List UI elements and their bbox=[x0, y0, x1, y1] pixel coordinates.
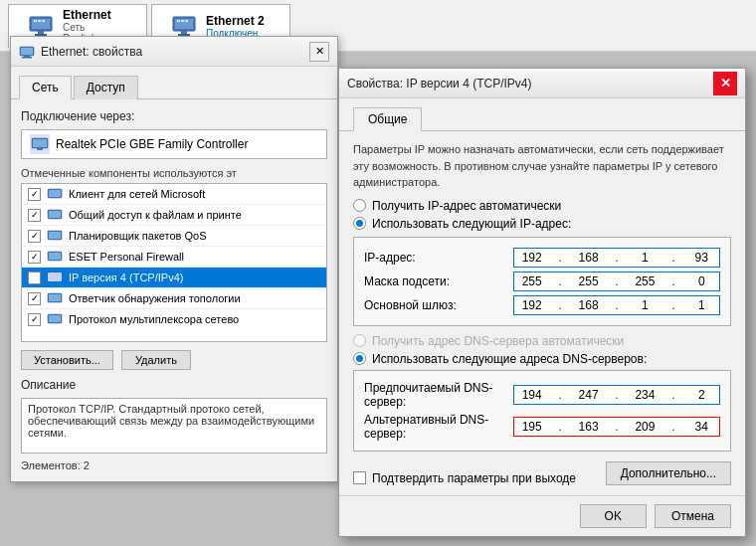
bg-dialog-body: Подключение через: Realtek PCIe GBE Fami… bbox=[11, 99, 337, 481]
bg-ethernet-dialog: Ethernet: свойства ✕ Сеть Доступ Подключ… bbox=[10, 36, 338, 482]
auto-ip-radio-circle bbox=[353, 199, 366, 212]
mask-input[interactable]: 255 . 255 . 255 . 0 bbox=[513, 272, 720, 291]
ok-btn[interactable]: OK bbox=[580, 504, 647, 528]
mask-o1: 255 bbox=[518, 274, 545, 288]
adns-o3: 209 bbox=[632, 420, 659, 434]
dns-auto-label: Получить адрес DNS-сервера автоматически bbox=[372, 334, 624, 348]
dns-auto-radio[interactable]: Получить адрес DNS-сервера автоматически bbox=[353, 334, 731, 348]
svg-rect-28 bbox=[49, 253, 61, 260]
svg-rect-6 bbox=[42, 20, 45, 22]
svg-rect-22 bbox=[49, 190, 61, 197]
manual-ip-radio-circle bbox=[353, 217, 366, 230]
component-item[interactable]: Протокол мультиплексора сетево bbox=[22, 309, 326, 329]
pdns-o4: 2 bbox=[688, 388, 715, 402]
ip-input[interactable]: 192 . 168 . 1 . 93 bbox=[513, 248, 720, 268]
svg-rect-4 bbox=[34, 20, 37, 22]
component-icon bbox=[47, 186, 63, 202]
auto-ip-radio[interactable]: Получить IP-адрес автоматически bbox=[353, 199, 731, 213]
component-checkbox bbox=[28, 292, 41, 305]
ip-label: IP-адрес: bbox=[364, 251, 513, 265]
component-checkbox bbox=[28, 230, 41, 243]
info-text: Параметры IP можно назначать автоматичес… bbox=[353, 141, 731, 191]
component-label: ESET Personal Firewall bbox=[69, 251, 184, 263]
elements-label: Элементов: 2 bbox=[21, 459, 327, 471]
adns-o4: 34 bbox=[688, 420, 715, 434]
component-checkbox bbox=[28, 188, 41, 201]
bg-dialog-title: Ethernet: свойства bbox=[41, 45, 142, 59]
alt-dns-input[interactable]: 195 . 163 . 209 . 34 bbox=[513, 417, 720, 437]
mask-label: Маска подсети: bbox=[364, 274, 513, 288]
component-list: Клиент для сетей MicrosoftОбщий доступ к… bbox=[21, 183, 327, 342]
preferred-dns-row: Предпочитаемый DNS-сервер: 194 . 247 . 2… bbox=[364, 381, 720, 409]
ip-o1: 192 bbox=[518, 251, 545, 265]
component-icon bbox=[47, 290, 63, 306]
gateway-input[interactable]: 192 . 168 . 1 . 1 bbox=[513, 295, 720, 315]
network-icon bbox=[19, 44, 35, 60]
svg-rect-5 bbox=[38, 20, 41, 22]
component-label: Ответчик обнаружения топологии bbox=[69, 292, 241, 304]
bg-tab-access[interactable]: Доступ bbox=[74, 76, 138, 99]
dns-fields-box: Предпочитаемый DNS-сервер: 194 . 247 . 2… bbox=[353, 370, 731, 452]
ip-fields-box: IP-адрес: 192 . 168 . 1 . 93 Маска подсе… bbox=[353, 237, 731, 326]
ethernet1-sub1: Сеть bbox=[63, 22, 111, 33]
adapter-icon bbox=[30, 134, 50, 154]
svg-rect-19 bbox=[33, 139, 47, 147]
component-label: Клиент для сетей Microsoft bbox=[69, 188, 205, 200]
desc-box: Протокол TCP/IP. Стандартный протоко сет… bbox=[21, 398, 327, 454]
svg-rect-32 bbox=[49, 294, 61, 301]
ip-o4: 93 bbox=[688, 251, 715, 265]
svg-rect-20 bbox=[37, 148, 43, 150]
mask-o3: 255 bbox=[632, 274, 659, 288]
svg-rect-30 bbox=[49, 273, 61, 280]
advanced-btn[interactable]: Дополнительно... bbox=[606, 461, 731, 485]
bg-dialog-titlebar: Ethernet: свойства ✕ bbox=[11, 37, 337, 67]
install-btn[interactable]: Установить... bbox=[21, 350, 113, 370]
component-icon bbox=[47, 207, 63, 223]
gateway-row: Основной шлюз: 192 . 168 . 1 . 1 bbox=[364, 295, 720, 315]
mask-row: Маска подсети: 255 . 255 . 255 . 0 bbox=[364, 272, 720, 291]
auto-ip-label: Получить IP-адрес автоматически bbox=[372, 199, 561, 213]
ip-address-row: IP-адрес: 192 . 168 . 1 . 93 bbox=[364, 248, 720, 268]
pdns-o3: 234 bbox=[632, 388, 659, 402]
main-dialog-tabs: Общие bbox=[339, 98, 745, 131]
remove-btn[interactable]: Удалить bbox=[121, 350, 191, 370]
svg-rect-13 bbox=[185, 20, 188, 22]
cancel-btn[interactable]: Отмена bbox=[655, 504, 731, 528]
dns-section: Получить адрес DNS-сервера автоматически… bbox=[353, 334, 731, 452]
component-icon bbox=[47, 228, 63, 244]
preferred-dns-label: Предпочитаемый DNS-сервер: bbox=[364, 381, 513, 409]
svg-rect-26 bbox=[49, 232, 61, 239]
ethernet2-tab-text: Ethernet 2 Подключен bbox=[206, 14, 265, 39]
main-tab-general[interactable]: Общие bbox=[353, 107, 422, 131]
adapter-box: Realtek PCIe GBE Family Controller bbox=[21, 129, 327, 159]
component-item[interactable]: Планировщик пакетов QoS bbox=[22, 226, 326, 247]
main-ipv4-dialog: Свойства: IP версии 4 (TCP/IPv4) ✕ Общие… bbox=[338, 68, 746, 537]
component-item[interactable]: ESET Personal Firewall bbox=[22, 247, 326, 268]
dns-auto-circle bbox=[353, 334, 366, 347]
bg-tab-network[interactable]: Сеть bbox=[19, 76, 72, 99]
svg-rect-24 bbox=[49, 211, 61, 218]
pdns-o2: 247 bbox=[575, 388, 602, 402]
dns-manual-radio[interactable]: Использовать следующие адреса DNS-сервер… bbox=[353, 352, 731, 366]
component-label: Общий доступ к файлам и принте bbox=[69, 209, 242, 221]
manual-ip-radio[interactable]: Использовать следующий IP-адрес: bbox=[353, 217, 731, 231]
alt-dns-row: Альтернативный DNS-сервер: 195 . 163 . 2… bbox=[364, 413, 720, 441]
component-item[interactable]: Ответчик обнаружения топологии bbox=[22, 288, 326, 309]
component-item[interactable]: IP версия 4 (TCP/IPv4) bbox=[22, 268, 326, 288]
adapter-name: Realtek PCIe GBE Family Controller bbox=[56, 137, 248, 151]
component-item[interactable]: Клиент для сетей Microsoft bbox=[22, 184, 326, 205]
desc-section-label: Описание bbox=[21, 378, 327, 392]
ip-o2: 168 bbox=[575, 251, 602, 265]
ok-cancel-row: OK Отмена bbox=[339, 495, 745, 536]
confirm-checkbox[interactable] bbox=[353, 471, 366, 484]
main-dialog-close-btn[interactable]: ✕ bbox=[713, 72, 737, 95]
dns-manual-label: Использовать следующие адреса DNS-сервер… bbox=[372, 352, 647, 366]
connection-label: Подключение через: bbox=[21, 109, 327, 123]
bg-dialog-close-btn[interactable]: ✕ bbox=[309, 42, 329, 62]
adns-o2: 163 bbox=[575, 420, 602, 434]
main-dialog-body: Параметры IP можно назначать автоматичес… bbox=[339, 141, 745, 495]
component-checkbox bbox=[28, 313, 41, 326]
component-item[interactable]: Общий доступ к файлам и принте bbox=[22, 205, 326, 226]
component-icon bbox=[47, 270, 63, 285]
preferred-dns-input[interactable]: 194 . 247 . 234 . 2 bbox=[513, 385, 720, 405]
